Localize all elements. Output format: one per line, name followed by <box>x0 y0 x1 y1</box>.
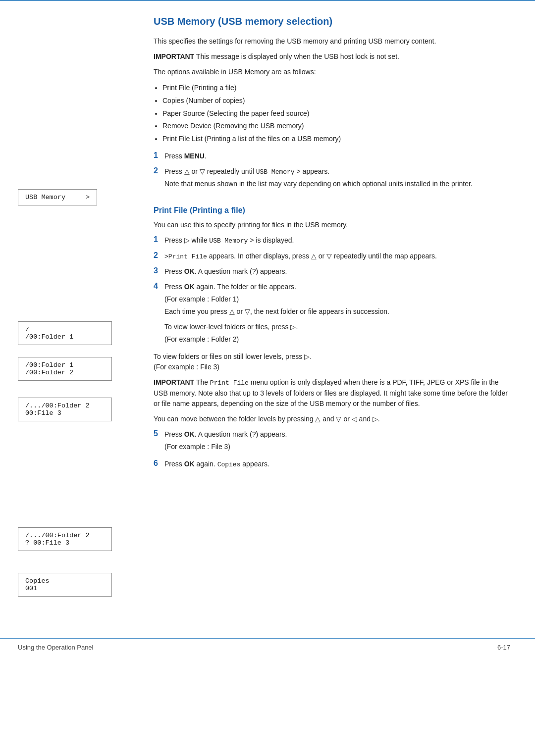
sub-step6-text-before: Press <box>164 460 184 468</box>
sub-step4-bold: OK <box>184 283 195 291</box>
step-2-block: 2 Press △ or ▽ repeatedly until USB Memo… <box>154 166 510 192</box>
subsection-title: Print File (Printing a file) <box>154 206 510 215</box>
step1-bold: MENU <box>184 152 205 160</box>
sub-step-3-number: 3 <box>154 266 164 275</box>
sub-step-5-number: 5 <box>154 429 164 438</box>
important-text: This message is displayed only when the … <box>194 52 399 60</box>
sub-step-4-number: 4 <box>154 282 164 291</box>
list-item: Print File (Printing a file) <box>162 82 510 94</box>
sub-step-2-block: 2 >Print File appears. In other displays… <box>154 251 510 262</box>
sub-step6-bold: OK <box>184 460 195 468</box>
lcd1-arrow: > <box>86 194 90 201</box>
step-1-number: 1 <box>154 151 164 160</box>
sub-step-1-block: 1 Press ▷ while USB Memory > is displaye… <box>154 235 510 246</box>
sub-step5-text-before: Press <box>164 430 184 438</box>
sub-intro: You can use this to specify printing for… <box>154 220 510 230</box>
sub-step-6-content: Press OK again. Copies appears. <box>164 459 510 470</box>
step2-text-after: > appears. <box>295 167 329 175</box>
step2-mono: USB Memory <box>256 168 295 176</box>
important2-text: menu option is only displayed when there… <box>154 378 508 407</box>
lcd-display-6: Copies 001 <box>18 573 112 597</box>
lcd3-line2: /00:Folder 2 <box>25 369 105 376</box>
sub-step-3-block: 3 Press OK. A question mark (?) appears. <box>154 266 510 277</box>
sub-step-1-content: Press ▷ while USB Memory > is displayed. <box>164 235 510 246</box>
lcd6-line1: Copies <box>25 577 105 585</box>
sub-step6-text-mid: again. <box>195 460 217 468</box>
sub-step-2-number: 2 <box>154 251 164 260</box>
sub-step2-text: appears. In other displays, press △ or ▽… <box>207 252 437 260</box>
options-list: Print File (Printing a file) Copies (Num… <box>162 82 510 145</box>
lcd6-line2: 001 <box>25 585 105 592</box>
lcd2-line2: /00:Folder 1 <box>25 333 105 341</box>
sub-step-3-content: Press OK. A question mark (?) appears. <box>164 266 510 277</box>
lcd5-line1: /.../00:Folder 2 <box>25 532 105 539</box>
section-title: USB Memory (USB memory selection) <box>154 16 510 27</box>
lcd5-line2: ? 00:File 3 <box>25 539 105 547</box>
footer: Using the Operation Panel 6-17 <box>0 639 535 656</box>
sub-step2-mono: >Print File <box>164 253 207 260</box>
footer-left: Using the Operation Panel <box>18 644 93 651</box>
step-2-number: 2 <box>154 166 164 175</box>
list-item: Remove Device (Removing the USB memory) <box>162 120 510 132</box>
sub-step-1-number: 1 <box>154 235 164 244</box>
sub-step5-bold: OK <box>184 430 195 438</box>
move-text: You can move between the folder levels b… <box>154 414 510 424</box>
sub-step-4-block: 4 Press OK again. The folder or file app… <box>154 282 510 347</box>
note3-text: To view folders or files on still lower … <box>154 352 510 372</box>
important2-text-mono: Print File <box>210 379 249 387</box>
sub-step-5-block: 5 Press OK. A question mark (?) appears.… <box>154 429 510 454</box>
sub-step1-mono: USB Memory <box>209 237 248 245</box>
list-item: Copies (Number of copies) <box>162 95 510 107</box>
lcd-display-1: USB Memory > <box>18 189 97 205</box>
sub-step1-text-after: > is displayed. <box>248 236 294 244</box>
sub-step3-text-after: . A question mark (?) appears. <box>195 267 287 275</box>
step2-note: Note that menus shown in the list may va… <box>164 179 510 189</box>
sub-step-6-block: 6 Press OK again. Copies appears. <box>154 459 510 470</box>
sub-step4-example: (For example : Folder 1) <box>164 294 510 304</box>
lcd-display-3: /00:Folder 1 /00:Folder 2 <box>18 357 112 381</box>
sub-step4-note2: To view lower-level folders or files, pr… <box>164 322 510 332</box>
sub-step4-text-before: Press <box>164 283 184 291</box>
options-intro: The options available in USB Memory are … <box>154 67 510 77</box>
lcd3-line1: /00:Folder 1 <box>25 361 105 369</box>
sub-step-6-number: 6 <box>154 459 164 468</box>
lcd4-line1: /.../00:Folder 2 <box>25 402 105 409</box>
sub-step1-text-before: Press ▷ while <box>164 236 209 244</box>
lcd4-line2: 00:File 3 <box>25 409 105 417</box>
step2-text-before: Press △ or ▽ repeatedly until <box>164 167 256 175</box>
sub-step-5-content: Press OK. A question mark (?) appears. (… <box>164 429 510 454</box>
lcd-display-4: /.../00:Folder 2 00:File 3 <box>18 398 112 421</box>
important-block: IMPORTANT This message is displayed only… <box>154 51 510 62</box>
step-1-block: 1 Press MENU. <box>154 151 510 161</box>
sub-step6-text-after: appears. <box>240 460 269 468</box>
sub-step4-note: Each time you press △ or ▽, the next fol… <box>164 306 510 317</box>
lcd2-line1: / <box>25 326 105 333</box>
sub-step3-text-before: Press <box>164 267 184 275</box>
sub-step5-text-after: . A question mark (?) appears. <box>195 430 287 438</box>
left-column: USB Memory > / /00:Folder 1 /00:Folder 1… <box>0 16 149 604</box>
sub-step-4-content: Press OK again. The folder or file appea… <box>164 282 510 347</box>
note3-example: (For example : File 3) <box>154 363 219 371</box>
step-2-content: Press △ or ▽ repeatedly until USB Memory… <box>164 166 510 192</box>
sub-step4-text-after: again. The folder or file appears. <box>195 283 296 291</box>
lcd-display-2: / /00:Folder 1 <box>18 321 112 345</box>
sub-step5-example: (For example : File 3) <box>164 442 510 452</box>
sub-step-2-content: >Print File appears. In other displays, … <box>164 251 510 262</box>
list-item: Print File List (Printing a list of the … <box>162 133 510 145</box>
lcd1-line1: USB Memory <box>25 194 65 201</box>
sub-step6-mono: Copies <box>217 461 241 468</box>
right-column: USB Memory (USB memory selection) This s… <box>149 16 535 604</box>
footer-right: 6-17 <box>497 644 510 651</box>
intro-text: This specifies the settings for removing… <box>154 36 510 47</box>
list-item: Paper Source (Selecting the paper feed s… <box>162 108 510 120</box>
lcd-display-5: /.../00:Folder 2 ? 00:File 3 <box>18 527 112 551</box>
step-1-content: Press MENU. <box>164 151 510 161</box>
important2-block: IMPORTANT The Print File menu option is … <box>154 377 510 409</box>
step1-text: Press <box>164 152 184 160</box>
sub-step4-example2: (For example : Folder 2) <box>164 334 510 345</box>
important2-label: IMPORTANT <box>154 378 194 386</box>
step1-end: . <box>205 152 207 160</box>
sub-step3-bold: OK <box>184 267 195 275</box>
important-label: IMPORTANT <box>154 52 194 60</box>
